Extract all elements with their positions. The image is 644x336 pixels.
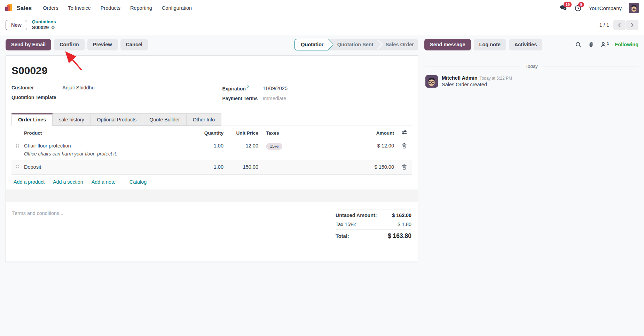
menu-orders[interactable]: Orders (39, 2, 62, 14)
user-avatar[interactable] (629, 3, 639, 13)
drag-handle-icon[interactable] (16, 143, 19, 148)
pager-count[interactable]: 1 / 1 (599, 22, 609, 28)
new-button[interactable]: New (6, 20, 27, 30)
empty-list-band (6, 190, 418, 202)
quantity-cell[interactable]: 1.00 (191, 139, 226, 160)
field-grid: Customer Anjali Shiddhu Quotation Templa… (11, 85, 412, 106)
totals-box: Untaxed Amount: $ 162.00 Tax 15%: $ 1.80… (336, 209, 411, 241)
tab-order-lines[interactable]: Order Lines (11, 113, 53, 126)
message-timestamp: Today at 5:22 PM (480, 76, 512, 81)
taxes-column-header[interactable]: Taxes (260, 127, 354, 139)
handle-column-header (11, 127, 22, 139)
followers-count: 1 (607, 41, 609, 46)
add-a-note-link[interactable]: Add a note (92, 179, 116, 185)
optional-columns-icon[interactable] (401, 130, 407, 135)
control-panel: New Quotations S00029 ⚙ 1 / 1 (0, 16, 644, 35)
quantity-column-header[interactable]: Quantity (191, 127, 226, 139)
chatter-message: Mitchell AdminToday at 5:22 PM Sales Ord… (425, 75, 638, 88)
odoo-sales-logo-icon (5, 3, 14, 13)
unit-price-column-header[interactable]: Unit Price (226, 127, 260, 139)
date-divider: Today (425, 64, 638, 69)
breadcrumb-quotations-link[interactable]: Quotations (32, 19, 56, 25)
search-messages-icon[interactable] (575, 41, 582, 48)
tax-tag[interactable]: 15% (266, 143, 282, 150)
tax-value: $ 1.80 (398, 222, 411, 227)
app-switcher[interactable]: Sales (5, 3, 32, 13)
untaxed-amount-value: $ 162.00 (392, 213, 411, 218)
add-a-section-link[interactable]: Add a section (53, 179, 83, 185)
record-title: S00029 (11, 65, 412, 77)
stage-quotation-sent[interactable]: Quotation Sent (328, 42, 378, 47)
attachments-paperclip-icon[interactable] (588, 41, 594, 48)
untaxed-amount-label: Untaxed Amount: (336, 213, 377, 218)
company-switcher[interactable]: YourCompany (589, 5, 622, 11)
unit-price-cell[interactable]: 150.00 (226, 160, 260, 175)
total-value: $ 163.80 (388, 232, 411, 240)
product-cell[interactable]: Deposit (22, 160, 191, 175)
main-menu: Orders To Invoice Products Reporting Con… (39, 2, 196, 14)
menu-to-invoice[interactable]: To Invoice (64, 2, 95, 14)
product-column-header[interactable]: Product (22, 127, 191, 139)
tax-label: Tax 15%: (336, 222, 356, 227)
preview-button[interactable]: Preview (87, 39, 118, 50)
payment-terms-field[interactable]: Immediate (263, 96, 286, 101)
messages-badge: 19 (564, 2, 572, 7)
delete-line-icon[interactable] (402, 164, 407, 170)
content-area: Send by Email Confirm Preview Cancel Quo… (0, 35, 644, 262)
customer-label: Customer (11, 85, 62, 90)
top-navbar: Sales Orders To Invoice Products Reporti… (0, 0, 644, 16)
menu-products[interactable]: Products (96, 2, 125, 14)
terms-and-conditions-input[interactable]: Terms and conditions... (12, 210, 63, 241)
unit-price-cell[interactable]: 12.00 (226, 139, 260, 160)
following-toggle[interactable]: Following (615, 42, 638, 47)
app-name[interactable]: Sales (17, 5, 32, 11)
stage-quotation[interactable]: Quotation (294, 39, 328, 50)
message-body: Sales Order created (442, 82, 512, 87)
quotation-template-label: Quotation Template (11, 95, 62, 100)
pager-next-button[interactable] (626, 20, 638, 30)
quantity-cell[interactable]: 1.00 (191, 160, 226, 175)
customer-field[interactable]: Anjali Shiddhu (62, 85, 95, 90)
drag-handle-icon[interactable] (16, 164, 19, 169)
tab-sale-history[interactable]: sale history (53, 113, 91, 126)
statusbar: Quotation Quotation Sent Sales Order (294, 39, 418, 50)
activities-button[interactable]: Activities (509, 39, 542, 50)
chatter-panel: Today Mitchell AdminToday at 5 (418, 55, 638, 88)
line-add-links: Add a product Add a section Add a note C… (11, 175, 412, 190)
menu-configuration[interactable]: Configuration (158, 2, 196, 14)
add-a-product-link[interactable]: Add a product (14, 179, 45, 185)
tab-optional-products[interactable]: Optional Products (91, 113, 143, 126)
delete-line-icon[interactable] (402, 143, 407, 149)
send-message-button[interactable]: Send message (424, 39, 471, 50)
amount-column-header[interactable]: Amount (354, 127, 396, 139)
tab-quote-builder[interactable]: Quote Builder (143, 113, 186, 126)
messages-icon[interactable]: 19 (560, 4, 567, 12)
followers-icon[interactable]: 1 (600, 41, 609, 48)
message-author: Mitchell Admin (442, 75, 478, 81)
product-cell[interactable]: Chair floor protection Office chairs can… (22, 139, 191, 160)
log-note-button[interactable]: Log note (474, 39, 506, 50)
pager: 1 / 1 (599, 20, 638, 30)
menu-reporting[interactable]: Reporting (126, 2, 156, 14)
cancel-button[interactable]: Cancel (120, 39, 148, 50)
breadcrumb: Quotations S00029 ⚙ (32, 19, 56, 31)
catalog-link[interactable]: Catalog (129, 179, 147, 185)
send-by-email-button[interactable]: Send by Email (6, 39, 51, 50)
notebook-tabs: Order Lines sale history Optional Produc… (11, 113, 412, 126)
payment-terms-label: Payment Terms (222, 96, 263, 101)
pager-previous-button[interactable] (613, 20, 626, 30)
amount-cell: $ 150.00 (354, 160, 396, 175)
amount-cell: $ 12.00 (354, 139, 396, 160)
tab-other-info[interactable]: Other Info (187, 113, 222, 126)
product-description[interactable]: Office chairs can harm your floor: prote… (24, 151, 189, 157)
total-label: Total: (336, 233, 349, 239)
activities-clock-icon[interactable]: 5 (574, 5, 582, 12)
product-name: Chair floor protection (24, 143, 189, 149)
expiration-field[interactable]: 11/09/2025 (263, 86, 288, 91)
quotation-form-sheet: S00029 Customer Anjali Shiddhu Quotation… (6, 55, 418, 262)
gear-icon[interactable]: ⚙ (51, 25, 55, 31)
product-name: Deposit (24, 164, 189, 170)
confirm-button[interactable]: Confirm (54, 39, 85, 50)
order-lines-table: Product Quantity Unit Price Taxes Amount (11, 127, 412, 175)
stage-sales-order[interactable]: Sales Order (377, 42, 418, 47)
